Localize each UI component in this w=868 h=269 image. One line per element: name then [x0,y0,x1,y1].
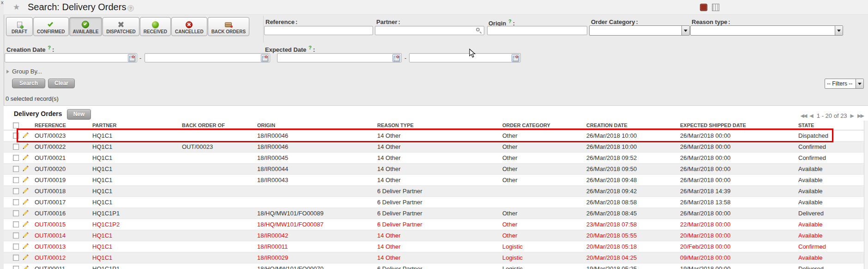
cell-state: Confirmed [798,154,867,161]
first-page-icon[interactable] [800,113,806,119]
expand-triangle-icon [6,70,9,73]
form-view-icon[interactable] [700,4,707,11]
edit-pencil-icon[interactable] [23,198,29,207]
row-checkbox[interactable] [13,188,19,194]
previous-page-icon[interactable] [809,113,813,119]
row-checkbox[interactable] [13,210,19,216]
cell-expected-shipped-date: 26/Mar/2018 00:00 [680,154,798,161]
column-header-origin[interactable]: ORIGIN [257,122,377,128]
row-checkbox[interactable] [13,133,19,139]
table-row[interactable]: OUT/00017HQ1C16 Deliver Partner26/Mar/20… [4,197,867,208]
clear-button[interactable]: Clear [48,79,75,88]
table-row[interactable]: OUT/00013HQ1C118/IR0001114 OtherLogistic… [4,241,867,252]
next-page-icon[interactable] [850,113,854,119]
edit-pencil-icon[interactable] [23,209,29,218]
cell-reference: OUT/00017 [35,199,92,206]
select-all-checkbox[interactable] [13,122,19,128]
column-header-back-order-of[interactable]: BACK ORDER OF [182,122,257,128]
creation-date-to-input[interactable] [145,53,270,62]
chevron-down-icon [681,26,689,35]
row-checkbox[interactable] [13,166,19,172]
table-row[interactable]: OUT/00021HQ1C118/IR0004514 OtherOther26/… [4,153,867,164]
cell-partner: HQ1C1 [92,165,182,172]
status-button-dispatched[interactable]: DISPATCHED [102,17,139,36]
edit-pencil-icon[interactable] [23,165,29,173]
delivery-orders-list-panel: Delivery Orders New 1 - 20 of 23 REFEREN… [4,105,868,269]
calendar-icon[interactable] [512,54,519,62]
origin-input[interactable] [487,26,587,35]
table-row[interactable]: OUT/00019HQ1C118/IR0004314 OtherOther26/… [4,175,867,186]
edit-pencil-icon[interactable] [23,143,29,151]
creation-date-from-input[interactable] [5,53,137,62]
group-by-toggle[interactable]: Group By... [6,68,42,75]
help-badge-icon[interactable]: ? [127,5,134,12]
cell-creation-date: 19/Mar/2018 05:25 [586,265,680,269]
row-checkbox[interactable] [13,199,19,205]
order-category-select[interactable] [589,25,690,36]
new-button[interactable]: New [67,109,91,120]
creation-date-help-icon[interactable]: ? [48,45,51,50]
edit-pencil-icon[interactable] [23,243,29,251]
edit-pencil-icon[interactable] [23,254,29,262]
edit-pencil-icon[interactable] [23,232,29,240]
search-magnifier-icon[interactable] [476,28,480,31]
table-row[interactable]: OUT/00016HQ1C1P118/HQ/MW101/FO000896 Del… [4,208,867,219]
table-row[interactable]: OUT/00020HQ1C118/IR0004414 OtherOther26/… [4,164,867,175]
row-checkbox[interactable] [13,266,19,269]
column-header-reason-type[interactable]: REASON TYPE [377,122,502,128]
reason-type-select[interactable] [690,25,843,36]
edit-pencil-icon[interactable] [23,187,29,196]
favorite-star-icon[interactable] [13,2,20,12]
table-row[interactable]: OUT/00012HQ1C118/IR0002914 OtherLogistic… [4,252,867,263]
column-header-creation-date[interactable]: CREATION DATE [586,122,680,128]
scrollbar-track[interactable] [864,121,868,269]
edit-pencil-icon[interactable] [23,220,29,229]
status-button-received[interactable]: RECEIVED [140,17,171,36]
column-header-order-category[interactable]: ORDER CATEGORY [502,122,586,128]
row-checkbox[interactable] [13,255,19,261]
partner-input[interactable] [375,26,484,35]
cell-order-category: Other [502,143,586,150]
edit-pencil-icon[interactable] [23,132,29,140]
row-checkbox[interactable] [13,155,19,161]
calendar-icon[interactable] [392,54,400,62]
row-checkbox[interactable] [13,244,19,250]
calendar-icon[interactable] [261,54,269,62]
status-button-cancelled[interactable]: CANCELLED [171,17,207,36]
table-row[interactable]: OUT/00022HQ1C1OUT/0002318/IR0004614 Othe… [4,141,867,153]
filters-select[interactable]: -- Filters -- [825,79,864,89]
expected-date-to-input[interactable] [409,53,521,62]
table-row[interactable]: OUT/00015HQ1C1P218/HQ/MW101/FO000876 Del… [4,219,867,230]
table-row[interactable]: OUT/00018HQ1C16 Deliver Partner26/Mar/20… [4,186,867,197]
calendar-icon[interactable] [128,54,136,62]
row-checkbox[interactable] [13,232,19,238]
last-page-icon[interactable] [857,113,863,119]
cell-reference: OUT/00018 [35,188,92,195]
status-button-draft[interactable]: DRAFT [6,17,33,36]
search-button[interactable]: Search [12,79,45,88]
status-button-available[interactable]: AVAILABLE [69,17,102,36]
column-header-expected-shipped-date[interactable]: EXPECTED SHIPPED DATE [680,122,798,128]
edit-pencil-icon[interactable] [23,265,29,269]
row-checkbox[interactable] [13,221,19,227]
list-view-icon[interactable] [712,4,719,11]
table-row[interactable]: OUT/00014HQ1C118/IR0004214 OtherOther20/… [4,230,867,241]
row-checkbox[interactable] [13,177,19,183]
reference-label: Reference: [265,18,297,25]
table-row[interactable]: OUT/00023HQ1C118/IR0004614 OtherOther26/… [4,130,867,141]
expected-date-help-icon[interactable]: ? [308,45,312,50]
column-header-partner[interactable]: PARTNER [92,122,182,128]
edit-pencil-icon[interactable] [23,154,29,162]
reference-input[interactable] [264,26,373,35]
table-row[interactable]: OUT/00011HQ1C1P118/HQ/MW101/FO000706 Del… [4,263,867,269]
row-checkbox[interactable] [13,144,19,150]
column-header-state[interactable]: STATE [798,122,867,128]
expected-date-from-input[interactable] [277,53,402,62]
cell-reason-type: 14 Other [377,154,502,161]
origin-help-icon[interactable]: ? [508,18,512,24]
column-header-reference[interactable]: REFERENCE [35,122,92,128]
status-button-back-orders[interactable]: BACK ORDERS [208,17,249,36]
cell-order-category: Other [502,232,586,239]
status-button-confirmed[interactable]: CONFIRMED [33,17,69,36]
edit-pencil-icon[interactable] [23,176,29,184]
